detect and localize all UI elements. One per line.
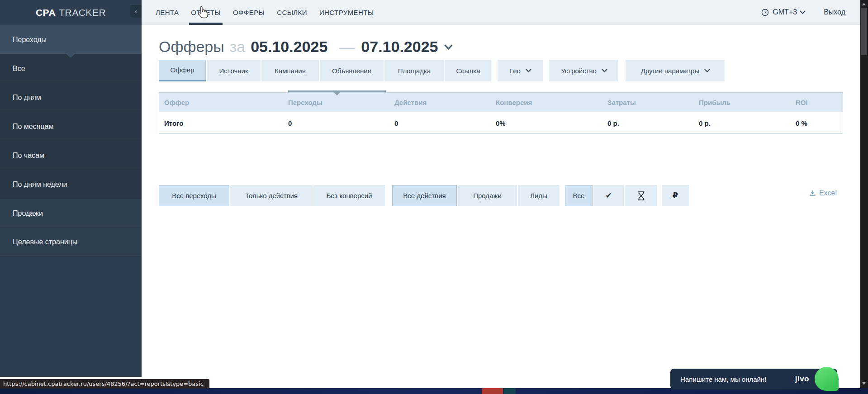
sidebar-collapse-button[interactable]: ‹: [130, 5, 142, 18]
tab-istochnik[interactable]: Источник: [207, 60, 261, 81]
page-scrollbar[interactable]: [860, 0, 868, 388]
filter-prodazhi[interactable]: Продажи: [458, 185, 517, 206]
sidebar-item-prodazhi[interactable]: Продажи: [0, 199, 142, 228]
download-icon: [809, 190, 816, 197]
sort-indicator: [288, 90, 386, 92]
sidebar-item-po-mesyacam[interactable]: По месяцам: [0, 112, 142, 141]
timezone-selector[interactable]: GMT+3: [761, 8, 805, 16]
taskbar-item-red: [482, 388, 503, 394]
filter-status-vse[interactable]: Все: [565, 185, 593, 206]
col-zatraty[interactable]: Затраты: [607, 99, 699, 106]
tab-ssylka[interactable]: Ссылка: [445, 60, 491, 81]
sort-arrow-icon: [334, 92, 340, 95]
tab-obyavlenie[interactable]: Объявление: [320, 60, 384, 81]
browser-status-url: https://cabinet.cpatracker.ru/users/4825…: [0, 379, 209, 389]
scroll-up-arrow-icon[interactable]: [862, 3, 866, 5]
filter-tolko-deystviya[interactable]: Только действия: [230, 185, 313, 206]
ruble-icon: ₽: [673, 191, 678, 200]
chat-brand-logo: jivo: [795, 375, 809, 384]
sidebar-item-perehody[interactable]: Переходы: [0, 25, 142, 54]
tab-offer[interactable]: Оффер: [159, 60, 206, 81]
sidebar-item-celevye-stranicy[interactable]: Целевые страницы: [0, 228, 142, 256]
totals-deystviya: 0: [394, 119, 496, 127]
logo-cpa: CPA: [36, 7, 56, 18]
date-from[interactable]: 05.10.2025: [251, 38, 327, 56]
table-totals-row: Итого 0 0 0% 0 р. 0 р. 0 %: [159, 113, 843, 133]
sidebar-item-po-dnyam-nedeli[interactable]: По дням недели: [0, 170, 142, 199]
logout-link[interactable]: Выход: [824, 8, 845, 16]
topbar-right: GMT+3 Выход: [761, 8, 845, 16]
totals-roi: 0 %: [796, 119, 843, 127]
filter-vse-perehody[interactable]: Все переходы: [159, 185, 229, 206]
filter-lidy[interactable]: Лиды: [518, 185, 560, 206]
totals-label: Итого: [164, 119, 288, 127]
filter-currency-ruble[interactable]: ₽: [662, 185, 689, 206]
nav-instrumenty[interactable]: ИНСТРУМЕНТЫ: [319, 0, 374, 25]
col-offer[interactable]: Оффер: [164, 99, 288, 106]
tab-kampaniya[interactable]: Кампания: [261, 60, 319, 81]
chevron-down-icon: [526, 66, 531, 72]
chevron-down-icon: [800, 8, 806, 14]
col-konversiya[interactable]: Конверсия: [496, 99, 607, 106]
app-logo: CPA TRACKER ‹: [0, 0, 142, 25]
top-bar: ЛЕНТА ОТЧЕТЫ ОФФЕРЫ ССЫЛКИ ИНСТРУМЕНТЫ G…: [142, 0, 861, 25]
sidebar-menu: Переходы Все По дням По месяцам По часам…: [0, 25, 142, 256]
sidebar: CPA TRACKER ‹ Переходы Все По дням По ме…: [0, 0, 142, 377]
report-title: Офферы за 05.10.2025 — 07.10.2025: [159, 38, 451, 56]
chat-widget[interactable]: Напишите нам, мы онлайн! jivo: [670, 369, 837, 389]
timezone-label: GMT+3: [773, 8, 797, 16]
date-range-dash: —: [339, 38, 355, 56]
tab-ploshchadka[interactable]: Площадка: [384, 60, 444, 81]
sidebar-item-vse[interactable]: Все: [0, 54, 142, 83]
chevron-down-icon: [704, 66, 710, 72]
chevron-down-icon: [602, 66, 607, 72]
totals-pribyl: 0 р.: [699, 119, 796, 127]
dropdown-ustroystvo[interactable]: Устройство: [549, 60, 618, 81]
export-excel-label: Excel: [819, 189, 837, 197]
nav-lenta[interactable]: ЛЕНТА: [156, 0, 179, 25]
col-perehody[interactable]: Переходы: [288, 99, 394, 106]
hourglass-icon: [637, 191, 645, 200]
sidebar-item-po-dnyam[interactable]: По дням: [0, 83, 142, 112]
logo-tracker: TRACKER: [59, 7, 106, 18]
taskbar-item-teal: [504, 388, 516, 394]
date-to[interactable]: 07.10.2025: [361, 38, 438, 56]
totals-konversiya: 0%: [496, 119, 607, 127]
nav-ssylki[interactable]: ССЫЛКИ: [277, 0, 307, 25]
report-title-preposition: за: [230, 38, 246, 56]
totals-perehody: 0: [288, 119, 394, 127]
nav-offery[interactable]: ОФФЕРЫ: [233, 0, 265, 25]
scrollbar-thumb[interactable]: [861, 8, 867, 55]
filter-status-pending[interactable]: [625, 185, 657, 206]
date-range-chevron-icon[interactable]: [444, 41, 452, 49]
main-nav: ЛЕНТА ОТЧЕТЫ ОФФЕРЫ ССЫЛКИ ИНСТРУМЕНТЫ: [156, 0, 374, 25]
filter-status-approved[interactable]: ✔: [593, 185, 624, 206]
chat-leaf-icon: [815, 367, 839, 391]
dropdown-geo[interactable]: Гео: [498, 60, 543, 81]
nav-otchety[interactable]: ОТЧЕТЫ: [191, 0, 221, 25]
chat-message: Напишите нам, мы онлайн!: [680, 375, 766, 383]
sidebar-item-po-chasam[interactable]: По часам: [0, 141, 142, 170]
filter-bar: Все переходы Только действия Без конверс…: [159, 185, 690, 206]
totals-zatraty: 0 р.: [607, 119, 699, 127]
dimension-tabs: Оффер Источник Кампания Объявление Площа…: [159, 60, 725, 81]
report-title-entity: Офферы: [159, 38, 224, 56]
filter-vse-deystviya[interactable]: Все действия: [392, 185, 457, 206]
table-header-row: Оффер Переходы Действия Конверсия Затрат…: [159, 93, 843, 113]
filter-bez-konversiy[interactable]: Без конверсий: [313, 185, 385, 206]
dropdown-drugie-parametry[interactable]: Другие параметры: [626, 60, 725, 81]
clock-icon: [761, 9, 769, 16]
report-table: Оффер Переходы Действия Конверсия Затрат…: [159, 92, 843, 134]
col-roi[interactable]: ROI: [796, 99, 843, 106]
check-icon: ✔: [605, 191, 612, 200]
col-deystviya[interactable]: Действия: [394, 99, 496, 106]
scroll-down-arrow-icon[interactable]: [862, 382, 866, 385]
report-page: Офферы за 05.10.2025 — 07.10.2025 Оффер …: [142, 25, 861, 388]
col-pribyl[interactable]: Прибыль: [699, 99, 796, 106]
export-excel-link[interactable]: Excel: [809, 189, 837, 197]
